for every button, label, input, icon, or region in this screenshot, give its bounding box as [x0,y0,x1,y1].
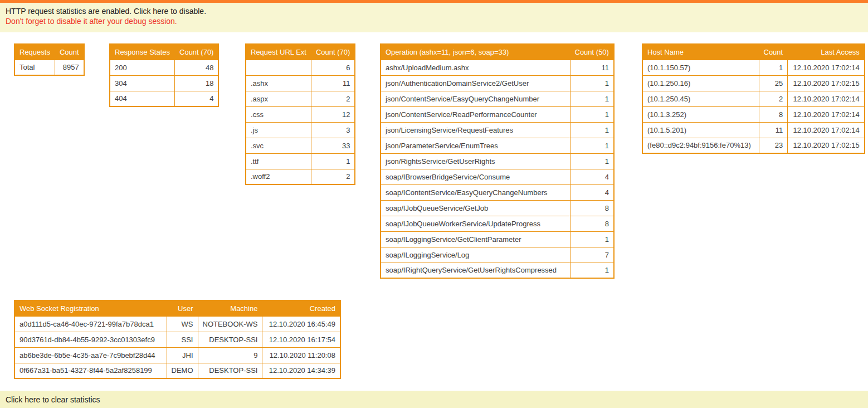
header-row: Response StatesCount (70) [110,44,218,60]
table-cell: DESKTOP-SSI [198,332,262,347]
table-cell: 200 [110,60,175,75]
table-cell: 404 [110,91,175,106]
table-cell: 12.10.2020 17:02:15 [788,138,865,153]
table-cell: .css [246,106,311,122]
table-cell: 12.10.2020 17:02:14 [788,91,865,106]
table-cell: .woff2 [246,169,311,184]
table-row: soap/ILoggingService/Log7 [381,247,614,263]
table-cell: 12.10.2020 11:20:08 [262,347,340,363]
table-cell: json/AuthenticationDomainService2/GetUse… [381,75,570,91]
table-cell: 1 [570,106,614,122]
column-header: User [167,300,198,316]
table-cell: soap/IBrowserBridgeService/Consume [381,169,570,184]
table-row: soap/IJobQueueWorkerService/UpdateProgre… [381,216,614,231]
table-cell: 12.10.2020 17:02:14 [788,122,865,138]
table-row: 4044 [110,91,218,106]
table-cell: 2 [311,91,355,106]
table-cell: JHI [167,347,198,363]
banner-disable-link[interactable]: HTTP request statistics are enabled. Cli… [6,6,862,16]
column-header: Count (70) [311,44,355,60]
web-socket-registration-table: Web Socket RegistrationUserMachineCreate… [14,300,341,379]
table-cell: 2 [759,91,788,106]
table-cell: 18 [175,75,219,91]
column-header: Created [262,300,340,316]
table-cell: 23 [759,138,788,153]
operations-table: Operation (ashx=11, json=6, soap=33)Coun… [380,43,615,279]
table-row: .aspx2 [246,91,355,106]
table-row: json/RightsService/GetUserRights1 [381,153,614,169]
table-row: (10.1.250.16)2512.10.2020 17:02:15 [642,75,865,91]
table-cell: SSI [167,332,198,347]
table-row: .svc33 [246,138,355,153]
header-row: Host NameCountLast Access [642,44,865,60]
table-cell: 7 [570,247,614,263]
table-row: soap/IBrowserBridgeService/Consume4 [381,169,614,184]
table-cell: 9 [198,347,262,363]
clear-statistics-link[interactable]: Click here to clear statistics [6,395,100,404]
table-cell: 12.10.2020 17:02:14 [788,60,865,75]
column-header: Operation (ashx=11, json=6, soap=33) [381,44,570,60]
header-row: RequestsCount [14,44,84,60]
table-cell: 8 [570,200,614,216]
table-cell: 12.10.2020 17:02:14 [788,106,865,122]
table-row: a0d111d5-ca46-40ec-9721-99fa7b78dca1WSNO… [14,316,340,332]
table-cell: json/ContentService/ReadPerformanceCount… [381,106,570,122]
table-row: soap/ILoggingService/GetClientParameter1 [381,231,614,247]
table-cell: 1 [570,153,614,169]
host-name-table: Host NameCountLast Access(10.1.150.57)11… [642,43,865,154]
table-cell: (10.1.3.252) [642,106,759,122]
statistics-enabled-banner[interactable]: HTTP request statistics are enabled. Cli… [0,0,868,32]
table-row: (fe80::d9c2:94bf:9156:fe70%13)2312.10.20… [642,138,865,153]
clear-statistics-bar[interactable]: Click here to clear statistics [0,391,868,408]
table-row: (10.1.5.201)1112.10.2020 17:02:14 [642,122,865,138]
column-header: Count [55,44,84,60]
table-cell: 48 [175,60,219,75]
requests-total-table: RequestsCountTotal8957 [14,43,85,76]
table-cell: Total [14,60,55,75]
table-cell: 12.10.2020 17:02:15 [788,75,865,91]
table-cell: soap/ILoggingService/GetClientParameter [381,231,570,247]
table-row: (10.1.150.57)112.10.2020 17:02:14 [642,60,865,75]
response-states-table: Response StatesCount (70)20048304184044 [109,43,219,107]
table-cell: 12.10.2020 14:34:39 [262,363,340,378]
banner-warning-text: Don't forget to disable it after your de… [6,16,862,26]
table-cell: 1 [570,231,614,247]
table-row: 20048 [110,60,218,75]
table-row: soap/IContentService/EasyQueryChangeNumb… [381,184,614,200]
table-row: ashx/UploadMedium.ashx11 [381,60,614,75]
table-cell: 2 [311,169,355,184]
table-cell: 11 [311,75,355,91]
table-cell: (10.1.250.45) [642,91,759,106]
table-cell: 4 [570,169,614,184]
table-cell: soap/IJobQueueWorkerService/UpdateProgre… [381,216,570,231]
table-cell: 12.10.2020 16:45:49 [262,316,340,332]
table-cell: soap/ILoggingService/Log [381,247,570,263]
table-cell: .js [246,122,311,138]
column-header: Count [759,44,788,60]
table-row: 90d3761d-db84-4b55-9292-3cc01303efc9SSID… [14,332,340,347]
table-cell: json/LicensingService/RequestFeatures [381,122,570,138]
table-cell: soap/IContentService/EasyQueryChangeNumb… [381,184,570,200]
table-cell: .svc [246,138,311,153]
table-row: soap/IRightQueryService/GetUserRightsCom… [381,263,614,278]
column-header: Requests [14,44,55,60]
table-cell: 1 [311,153,355,169]
table-cell: 1 [570,122,614,138]
column-header: Count (70) [175,44,219,60]
header-row: Operation (ashx=11, json=6, soap=33)Coun… [381,44,614,60]
table-cell: .aspx [246,91,311,106]
table-cell: (10.1.5.201) [642,122,759,138]
header-row: Request URL ExtCount (70) [246,44,355,60]
table-cell: 8 [759,106,788,122]
table-cell: 11 [570,60,614,75]
table-cell: 1 [570,91,614,106]
column-header: Last Access [788,44,865,60]
table-cell: DESKTOP-SSI [198,363,262,378]
table-cell: (fe80::d9c2:94bf:9156:fe70%13) [642,138,759,153]
table-cell: DEMO [167,363,198,378]
table-cell: json/ParameterService/EnumTrees [381,138,570,153]
table-cell: (10.1.150.57) [642,60,759,75]
table-row: json/ContentService/EasyQueryChangeNumbe… [381,91,614,106]
table-row: .woff22 [246,169,355,184]
table-row: 6 [246,60,355,75]
